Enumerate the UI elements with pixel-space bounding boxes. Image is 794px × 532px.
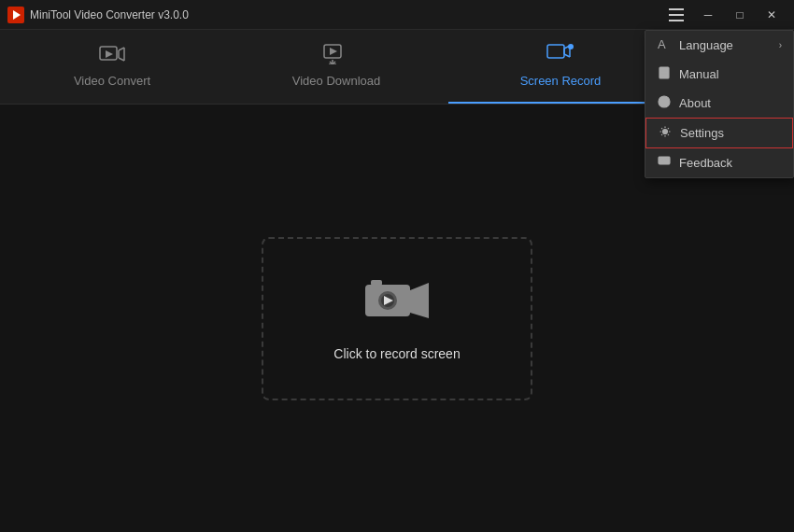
menu-item-feedback[interactable]: Feedback: [645, 148, 793, 177]
menu-settings-label: Settings: [680, 126, 724, 140]
svg-point-35: [663, 130, 668, 134]
video-convert-icon: [99, 44, 125, 68]
screen-record-icon: [546, 44, 574, 68]
tab-video-convert-label: Video Convert: [74, 74, 150, 88]
svg-point-34: [663, 98, 664, 99]
svg-rect-3: [669, 14, 684, 16]
svg-rect-25: [371, 280, 382, 286]
app-logo-icon: [7, 7, 24, 23]
manual-icon: [657, 66, 672, 82]
menu-manual-label: Manual: [679, 67, 719, 81]
svg-marker-12: [330, 48, 337, 55]
dropdown-menu: A Language › Manual About: [645, 30, 794, 178]
svg-line-17: [564, 54, 570, 57]
tab-video-download-label: Video Download: [292, 74, 380, 88]
tab-screen-record[interactable]: Screen Record: [448, 30, 673, 104]
record-area[interactable]: Click to record screen: [262, 237, 532, 400]
language-icon: A: [657, 37, 672, 53]
menu-item-language[interactable]: A Language ›: [645, 31, 793, 60]
menu-about-label: About: [679, 96, 711, 110]
title-bar-left: MiniTool Video Converter v3.0.0: [7, 7, 189, 23]
settings-icon: [658, 125, 673, 141]
svg-rect-2: [669, 8, 684, 10]
video-download-icon: [323, 44, 349, 68]
menu-language-label: Language: [679, 38, 733, 52]
svg-text:A: A: [658, 37, 666, 50]
tab-video-download[interactable]: Video Download: [224, 30, 448, 104]
svg-line-8: [119, 58, 124, 61]
tab-screen-record-label: Screen Record: [520, 74, 602, 88]
menu-button[interactable]: [661, 4, 691, 26]
svg-marker-26: [410, 283, 429, 318]
svg-marker-6: [106, 50, 113, 58]
menu-item-settings[interactable]: Settings: [645, 118, 793, 148]
app-title: MiniTool Video Converter v3.0.0: [30, 8, 189, 21]
minimize-button[interactable]: ─: [693, 4, 723, 26]
menu-feedback-label: Feedback: [679, 156, 732, 170]
menu-item-manual[interactable]: Manual: [645, 60, 793, 89]
maximize-button[interactable]: □: [725, 4, 755, 26]
language-arrow-icon: ›: [779, 40, 782, 50]
close-button[interactable]: ✕: [757, 4, 787, 26]
svg-rect-15: [547, 45, 564, 58]
svg-line-7: [119, 48, 124, 50]
record-camera-icon: [363, 275, 431, 331]
title-bar: MiniTool Video Converter v3.0.0 ─ □ ✕: [0, 0, 794, 30]
title-bar-controls: ─ □ ✕: [661, 4, 787, 26]
about-icon: [657, 95, 672, 111]
svg-point-20: [568, 44, 574, 49]
record-label: Click to record screen: [333, 346, 460, 361]
tab-video-convert[interactable]: Video Convert: [0, 30, 224, 104]
svg-rect-4: [669, 20, 684, 21]
menu-item-about[interactable]: About: [645, 89, 793, 118]
feedback-icon: [657, 155, 672, 171]
